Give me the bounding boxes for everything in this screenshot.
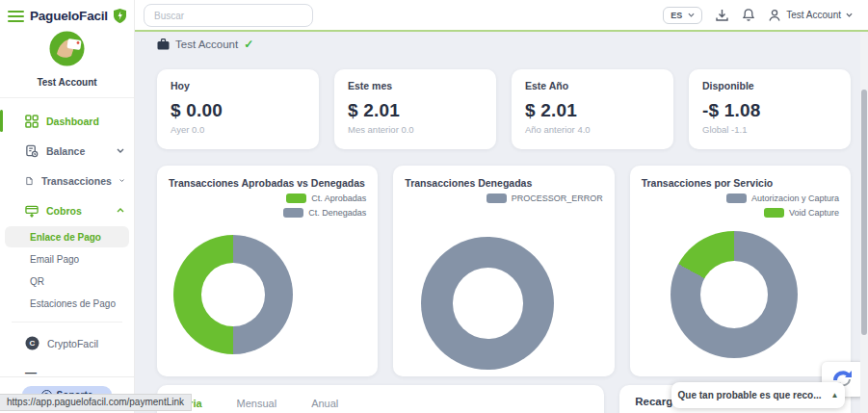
chart-title: Transacciones Aprobadas vs Denegadas bbox=[169, 177, 366, 189]
hamburger-menu-icon[interactable] bbox=[8, 11, 24, 22]
download-icon[interactable] bbox=[715, 8, 729, 22]
legend-label: PROCESSOR_ERROR bbox=[512, 194, 603, 203]
chevron-down-icon bbox=[117, 148, 124, 153]
stat-value: $ 2.01 bbox=[348, 100, 483, 121]
expand-triangle-icon[interactable]: ▲ bbox=[831, 391, 839, 400]
stat-sub: Mes anterior 0.0 bbox=[348, 124, 483, 135]
shield-logo-icon bbox=[114, 9, 126, 23]
stat-value: $ 2.01 bbox=[525, 100, 660, 121]
legend-swatch-gray bbox=[726, 194, 747, 203]
stat-sub: Global -1.1 bbox=[702, 124, 837, 135]
top-header: ES Test Account bbox=[135, 0, 868, 32]
legend-swatch-gray bbox=[487, 194, 507, 203]
chart-title: Transacciones por Servicio bbox=[642, 177, 839, 189]
chevron-down-icon bbox=[688, 13, 695, 17]
chevron-down-icon bbox=[846, 13, 853, 17]
user-icon bbox=[768, 9, 781, 22]
stat-title: Disponible bbox=[702, 80, 837, 91]
sidebar-item-dashboard[interactable]: Dashboard bbox=[0, 106, 134, 136]
sidebar-item-label: CryptoFacil bbox=[47, 338, 98, 349]
cryptofacil-coin-icon: C bbox=[25, 336, 39, 350]
stat-title: Este mes bbox=[348, 80, 483, 91]
payments-card-icon bbox=[25, 204, 39, 218]
stat-title: Hoy bbox=[171, 80, 305, 91]
stat-sub: Ayer 0.0 bbox=[171, 124, 305, 135]
sidebar-subitem-qr[interactable]: QR bbox=[5, 271, 129, 292]
scrollbar-thumb[interactable] bbox=[861, 90, 867, 335]
stat-value: -$ 1.08 bbox=[702, 100, 837, 121]
user-menu-label: Test Account bbox=[786, 10, 841, 20]
legend-label: Void Capture bbox=[789, 208, 839, 218]
balance-icon bbox=[25, 144, 39, 158]
chart-card-por-servicio: Transacciones por Servicio Autorizacion … bbox=[630, 166, 851, 376]
donut-chart-aprobadas-denegadas bbox=[173, 235, 293, 354]
verified-check-icon: ✓ bbox=[244, 38, 253, 51]
stat-cards-row: Hoy $ 0.00 Ayer 0.0 Este mes $ 2.01 Mes … bbox=[157, 69, 851, 149]
chart-legend: Autorizacion y Captura Void Capture bbox=[726, 194, 839, 218]
legend-label: Ct. Aprobadas bbox=[311, 194, 366, 203]
stat-card-este-ano: Este Año $ 2.01 Año anterior 4.0 bbox=[512, 69, 673, 149]
submenu-label: Email Pago bbox=[30, 254, 79, 265]
chevron-up-icon bbox=[117, 208, 124, 213]
main-content: Test Account ✓ Hoy $ 0.00 Ayer 0.0 Este … bbox=[135, 32, 868, 413]
sidebar-subitem-email-pago[interactable]: Email Pago bbox=[5, 248, 129, 270]
submenu-label: QR bbox=[30, 276, 44, 287]
sidebar-item-transacciones[interactable]: Transacciones bbox=[0, 166, 134, 195]
chart-legend: PROCESSOR_ERROR bbox=[487, 194, 603, 203]
tab-mensual[interactable]: Mensual bbox=[237, 396, 277, 409]
language-select[interactable]: ES bbox=[663, 7, 702, 24]
divider bbox=[0, 97, 134, 98]
legend-swatch-green bbox=[764, 208, 784, 218]
stat-value: $ 0.00 bbox=[171, 100, 305, 121]
notifications-bell-icon[interactable] bbox=[742, 8, 755, 22]
stat-card-este-mes: Este mes $ 2.01 Mes anterior 0.0 bbox=[334, 69, 496, 149]
sidebar-item-cryptofacil[interactable]: C CryptoFacil bbox=[0, 328, 134, 358]
legend-label: Ct. Denegadas bbox=[308, 208, 366, 218]
sidebar-item-cobros[interactable]: Cobros bbox=[0, 195, 134, 225]
transactions-file-icon bbox=[25, 174, 34, 188]
app-logo: PagueloFacil bbox=[30, 9, 108, 23]
donut-chart-denegadas bbox=[421, 237, 554, 370]
chart-legend: Ct. Aprobadas Ct. Denegadas bbox=[283, 194, 366, 218]
active-indicator bbox=[0, 110, 3, 132]
search-input[interactable] bbox=[144, 4, 313, 27]
account-avatar[interactable] bbox=[49, 31, 85, 66]
period-tabs-card: Diaria Mensual Anual bbox=[157, 385, 604, 413]
chart-card-denegadas: Transacciones Denegadas PROCESSOR_ERROR bbox=[393, 166, 614, 376]
sidebar-subitem-estaciones-de-pago[interactable]: Estaciones de Pago bbox=[5, 293, 129, 314]
briefcase-icon bbox=[157, 39, 170, 50]
submenu-label: Enlace de Pago bbox=[30, 232, 101, 243]
language-value: ES bbox=[671, 11, 682, 20]
breadcrumb: Test Account ✓ bbox=[157, 38, 253, 51]
sidebar-subitem-enlace-de-pago[interactable]: Enlace de Pago bbox=[5, 226, 129, 247]
stat-sub: Año anterior 4.0 bbox=[525, 124, 660, 135]
chart-cards-row: Transacciones Aprobadas vs Denegadas Ct.… bbox=[157, 166, 851, 376]
sidebar-item-balance[interactable]: Balance bbox=[0, 136, 134, 166]
breadcrumb-label: Test Account bbox=[175, 39, 238, 50]
sidebar-item-label: Transacciones bbox=[41, 175, 112, 187]
app-window: PagueloFacil Test Account Dashboard bbox=[0, 0, 868, 413]
svg-text:C: C bbox=[30, 339, 36, 348]
vertical-scrollbar[interactable] bbox=[860, 32, 868, 413]
chevron-down-icon bbox=[119, 178, 124, 183]
legend-label: Autorizacion y Captura bbox=[751, 194, 839, 203]
legend-swatch-gray bbox=[283, 208, 303, 218]
user-menu[interactable]: Test Account bbox=[768, 9, 853, 22]
survey-popup-text: Que tan probable es que reco... bbox=[678, 390, 822, 400]
legend-swatch-green bbox=[286, 194, 306, 203]
stat-card-disponible: Disponible -$ 1.08 Global -1.1 bbox=[689, 69, 851, 149]
tab-anual[interactable]: Anual bbox=[311, 396, 338, 409]
survey-popup[interactable]: Que tan probable es que reco... ▲ bbox=[671, 382, 845, 408]
stat-card-hoy: Hoy $ 0.00 Ayer 0.0 bbox=[157, 69, 319, 149]
divider bbox=[12, 322, 122, 323]
donut-chart-por-servicio bbox=[671, 231, 798, 358]
sidebar-item-label: Dashboard bbox=[46, 116, 99, 127]
link-status-bar: https://app.paguelofacil.com/paymentLink bbox=[0, 394, 192, 411]
sidebar-item-label: Balance bbox=[46, 145, 85, 157]
sidebar: PagueloFacil Test Account Dashboard bbox=[0, 0, 135, 413]
sidebar-account-name: Test Account bbox=[0, 77, 134, 88]
submenu-label: Estaciones de Pago bbox=[30, 298, 116, 309]
status-url: https://app.paguelofacil.com/paymentLink bbox=[7, 397, 184, 407]
chart-card-aprobadas-vs-denegadas: Transacciones Aprobadas vs Denegadas Ct.… bbox=[157, 166, 378, 376]
chart-title: Transacciones Denegadas bbox=[405, 177, 602, 189]
